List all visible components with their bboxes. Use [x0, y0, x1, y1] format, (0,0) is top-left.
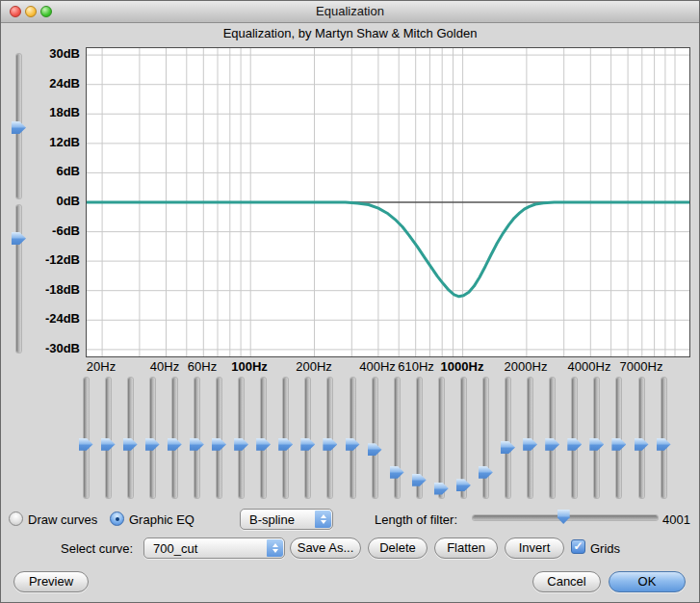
- slider-track[interactable]: [550, 378, 555, 498]
- graphic-eq-radio[interactable]: [110, 511, 124, 526]
- eq-band-slider-4[interactable]: [145, 378, 160, 498]
- eq-curve[interactable]: [88, 202, 689, 297]
- slider-track[interactable]: [194, 378, 199, 498]
- eq-band-slider-18[interactable]: [456, 378, 471, 498]
- slider-thumb[interactable]: [589, 438, 604, 451]
- invert-button[interactable]: Invert: [505, 537, 564, 559]
- slider-track[interactable]: [373, 378, 377, 498]
- slider-thumb[interactable]: [79, 438, 93, 451]
- slider-thumb[interactable]: [256, 438, 271, 451]
- eq-graph[interactable]: [86, 47, 690, 357]
- eq-band-slider-20[interactable]: [501, 378, 515, 498]
- slider-thumb[interactable]: [101, 438, 116, 451]
- slider-thumb[interactable]: [168, 438, 182, 451]
- slider-thumb[interactable]: [501, 441, 515, 454]
- slider-thumb[interactable]: [412, 474, 427, 486]
- interpolation-dropdown[interactable]: B-spline: [240, 509, 333, 530]
- save-as-button[interactable]: Save As...: [290, 537, 361, 559]
- slider-thumb[interactable]: [145, 438, 160, 451]
- slider-thumb[interactable]: [657, 438, 671, 451]
- eq-band-slider-10[interactable]: [278, 378, 293, 498]
- slider-track[interactable]: [172, 378, 177, 498]
- slider-track[interactable]: [483, 378, 488, 498]
- slider-track[interactable]: [16, 205, 21, 353]
- eq-plot[interactable]: [87, 48, 689, 356]
- cancel-button[interactable]: Cancel: [532, 571, 601, 592]
- slider-thumb[interactable]: [368, 443, 382, 456]
- eq-band-slider-22[interactable]: [545, 378, 559, 498]
- slider-thumb[interactable]: [456, 479, 471, 491]
- slider-track[interactable]: [572, 378, 577, 498]
- slider-track[interactable]: [639, 378, 644, 498]
- slider-track[interactable]: [217, 378, 221, 498]
- slider-track[interactable]: [506, 378, 510, 498]
- eq-band-slider-21[interactable]: [523, 378, 537, 498]
- draw-curves-label[interactable]: Draw curves: [28, 512, 97, 527]
- grids-checkbox[interactable]: ✓: [571, 539, 585, 554]
- slider-thumb[interactable]: [12, 232, 26, 245]
- eq-band-slider-12[interactable]: [323, 378, 337, 498]
- slider-track[interactable]: [528, 378, 532, 498]
- eq-band-slider-25[interactable]: [611, 378, 626, 498]
- close-button[interactable]: [10, 6, 21, 17]
- slider-thumb[interactable]: [567, 438, 582, 451]
- slider-thumb[interactable]: [390, 466, 404, 479]
- slider-thumb[interactable]: [434, 483, 449, 495]
- eq-band-slider-16[interactable]: [412, 378, 427, 498]
- grids-label[interactable]: Grids: [590, 541, 620, 556]
- slider-track[interactable]: [616, 378, 621, 498]
- slider-thumb[interactable]: [212, 438, 226, 451]
- eq-band-slider-15[interactable]: [390, 378, 404, 498]
- graphic-eq-label[interactable]: Graphic EQ: [129, 512, 194, 527]
- slider-thumb[interactable]: [611, 438, 626, 451]
- slider-track[interactable]: [261, 378, 266, 498]
- slider-track[interactable]: [327, 378, 332, 498]
- slider-track[interactable]: [128, 378, 133, 498]
- slider-thumb[interactable]: [545, 438, 559, 451]
- eq-band-slider-11[interactable]: [300, 378, 315, 498]
- eq-band-slider-5[interactable]: [168, 378, 182, 498]
- slider-thumb[interactable]: [635, 438, 649, 451]
- slider-thumb[interactable]: [300, 438, 315, 451]
- filter-length-slider-thumb[interactable]: [557, 510, 570, 524]
- slider-thumb[interactable]: [278, 438, 293, 451]
- slider-thumb[interactable]: [479, 466, 493, 479]
- eq-band-slider-27[interactable]: [657, 378, 671, 498]
- eq-band-slider-26[interactable]: [635, 378, 649, 498]
- eq-band-slider-19[interactable]: [479, 378, 493, 498]
- slider-thumb[interactable]: [123, 438, 138, 451]
- slider-track[interactable]: [84, 378, 89, 498]
- window-titlebar[interactable]: Equalization: [1, 1, 699, 23]
- slider-thumb[interactable]: [346, 438, 360, 451]
- eq-band-slider-1[interactable]: [79, 378, 93, 498]
- slider-thumb[interactable]: [323, 438, 337, 451]
- slider-track[interactable]: [305, 378, 310, 498]
- flatten-button[interactable]: Flatten: [434, 537, 498, 559]
- slider-track[interactable]: [395, 378, 400, 498]
- eq-band-slider-7[interactable]: [212, 378, 226, 498]
- select-curve-dropdown[interactable]: 700_cut: [143, 537, 285, 559]
- draw-curves-radio[interactable]: [9, 511, 23, 526]
- eq-band-slider-17[interactable]: [434, 378, 449, 498]
- slider-track[interactable]: [239, 378, 244, 498]
- eq-band-slider-8[interactable]: [234, 378, 248, 498]
- eq-band-slider-9[interactable]: [256, 378, 271, 498]
- delete-button[interactable]: Delete: [368, 537, 428, 559]
- slider-track[interactable]: [106, 378, 111, 498]
- slider-track[interactable]: [439, 378, 444, 498]
- ok-button[interactable]: OK: [609, 571, 686, 592]
- minimize-button[interactable]: [25, 6, 37, 17]
- db-range-min-slider[interactable]: [12, 205, 26, 353]
- eq-band-slider-2[interactable]: [101, 378, 116, 498]
- eq-band-slider-6[interactable]: [190, 378, 204, 498]
- eq-band-slider-13[interactable]: [346, 378, 360, 498]
- slider-track[interactable]: [283, 378, 288, 498]
- eq-band-slider-14[interactable]: [368, 378, 382, 498]
- slider-track[interactable]: [661, 378, 666, 498]
- slider-thumb[interactable]: [523, 438, 537, 451]
- slider-thumb[interactable]: [190, 438, 204, 451]
- slider-track[interactable]: [350, 378, 355, 498]
- slider-track[interactable]: [594, 378, 599, 498]
- eq-band-slider-23[interactable]: [567, 378, 582, 498]
- eq-band-slider-3[interactable]: [123, 378, 138, 498]
